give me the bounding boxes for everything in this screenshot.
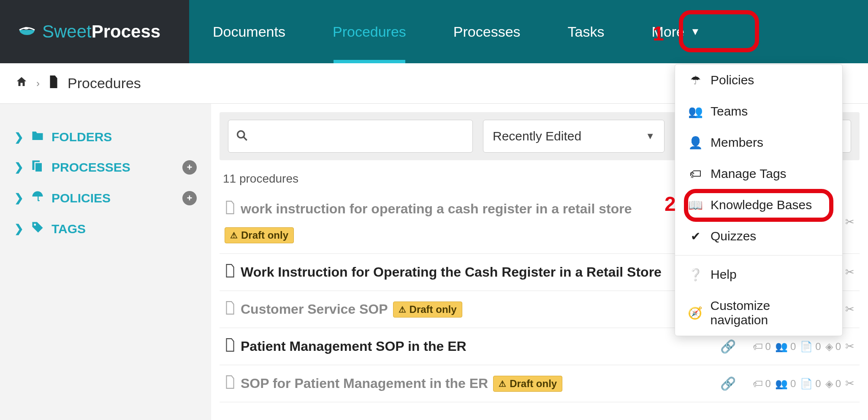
breadcrumb-title: Procedures <box>68 75 141 92</box>
dropdown-teams[interactable]: 👥 Teams <box>675 96 842 127</box>
annotation-number-1: 1 <box>653 22 664 45</box>
chevron-down-icon: ▼ <box>690 26 700 38</box>
top-nav: SweetProcess Documents Procedures Proces… <box>0 0 868 63</box>
file-icon <box>225 264 236 280</box>
file-icon <box>225 338 236 355</box>
sort-label: Recently Edited <box>493 129 581 143</box>
svg-point-3 <box>34 223 36 226</box>
compass-icon: 🧭 <box>688 306 703 320</box>
sidebar-label: FOLDERS <box>52 130 112 144</box>
member-icon: 👤 <box>688 136 703 150</box>
logo[interactable]: SweetProcess <box>0 0 189 63</box>
dropdown-help[interactable]: ❔ Help <box>675 259 842 290</box>
cut-icon: ✂ <box>845 377 854 390</box>
umbrella-icon <box>31 190 44 206</box>
folder-icon <box>31 130 44 144</box>
dropdown-policies[interactable]: ☂ Policies <box>675 65 842 96</box>
file-icon <box>225 201 236 217</box>
home-icon[interactable] <box>15 75 28 91</box>
document-icon <box>48 75 59 91</box>
sidebar-item-policies[interactable]: ❯ POLICIES + <box>14 183 197 213</box>
processes-icon <box>31 159 44 175</box>
link-icon[interactable]: 🔗 <box>720 376 736 391</box>
svg-point-0 <box>24 27 29 30</box>
chevron-right-icon: ❯ <box>14 191 24 205</box>
book-icon: 📖 <box>688 198 703 212</box>
svg-line-5 <box>244 137 247 140</box>
umbrella-icon: ☂ <box>688 73 703 87</box>
procedure-title: Patient Management SOP in the ER <box>241 339 467 354</box>
search-icon <box>236 129 248 143</box>
annotation-number-2: 2 <box>665 192 676 215</box>
dropdown-customize-nav[interactable]: 🧭 Customize navigation <box>675 290 842 336</box>
dropdown-quizzes[interactable]: ✔ Quizzes <box>675 221 842 252</box>
file-icon <box>225 375 236 392</box>
sidebar-item-folders[interactable]: ❯ FOLDERS <box>14 122 197 152</box>
sidebar-item-processes[interactable]: ❯ PROCESSES + <box>14 152 197 183</box>
meta-members: 👥 0 <box>775 341 796 353</box>
logo-text: SweetProcess <box>42 22 160 42</box>
row-meta: 🔗 🏷 0 👥 0 📄 0 ◈ 0 ✂ <box>720 376 854 391</box>
nav-processes[interactable]: Processes <box>430 0 544 63</box>
cut-icon: ✂ <box>845 215 854 229</box>
dropdown-knowledge-bases[interactable]: 📖 Knowledge Bases <box>675 189 842 221</box>
nav-tasks[interactable]: Tasks <box>544 0 628 63</box>
cut-icon: ✂ <box>845 303 854 316</box>
tag-icon: 🏷 <box>688 167 703 181</box>
procedure-title: work instruction for operating a cash re… <box>241 201 632 217</box>
breadcrumb-separator-icon: › <box>36 78 40 89</box>
chevron-down-icon: ▼ <box>646 131 655 142</box>
sidebar-label: PROCESSES <box>52 160 130 175</box>
search-field[interactable] <box>254 129 465 143</box>
meta-docs: 📄 0 <box>800 378 821 390</box>
tag-icon <box>31 221 44 237</box>
sort-select[interactable]: Recently Edited ▼ <box>483 120 665 153</box>
main-nav: Documents Procedures Processes Tasks Mor… <box>189 0 868 63</box>
nav-documents[interactable]: Documents <box>189 0 309 63</box>
chevron-right-icon: ❯ <box>14 222 24 235</box>
meta-docs: 📄 0 <box>800 341 821 353</box>
meta-other: ◈ 0 <box>825 341 841 353</box>
draft-badge: ⚠ Draft only <box>225 227 294 243</box>
nav-procedures[interactable]: Procedures <box>309 0 430 63</box>
procedure-title: SOP for Patient Management in the ER <box>241 376 488 391</box>
chevron-right-icon: ❯ <box>14 131 24 144</box>
procedure-title: Customer Service SOP <box>241 302 388 317</box>
file-icon <box>225 301 236 318</box>
sidebar-label: TAGS <box>52 222 86 236</box>
svg-rect-2 <box>35 163 43 172</box>
row-meta: 🔗 🏷 0 👥 0 📄 0 ◈ 0 ✂ <box>720 339 854 354</box>
svg-point-4 <box>238 131 244 138</box>
dropdown-manage-tags[interactable]: 🏷 Manage Tags <box>675 158 842 189</box>
procedure-title: Work Instruction for Operating the Cash … <box>241 264 662 280</box>
more-dropdown: ☂ Policies 👥 Teams 👤 Members 🏷 Manage Ta… <box>675 64 843 336</box>
meta-other: ◈ 0 <box>825 378 841 390</box>
add-policy-button[interactable]: + <box>182 191 197 205</box>
sidebar-label: POLICIES <box>52 191 111 205</box>
warning-icon: ⚠ <box>230 230 238 240</box>
search-input[interactable] <box>228 120 473 153</box>
meta-tags: 🏷 0 <box>753 341 771 353</box>
nav-more[interactable]: More ▼ <box>628 0 724 63</box>
sidebar-item-tags[interactable]: ❯ TAGS <box>14 213 197 244</box>
meta-members: 👥 0 <box>775 378 796 390</box>
link-icon[interactable]: 🔗 <box>720 339 736 354</box>
warning-icon: ⚠ <box>399 304 406 315</box>
sidebar: ❯ FOLDERS ❯ PROCESSES + ❯ <box>0 104 211 420</box>
draft-badge: ⚠ Draft only <box>493 376 562 392</box>
cut-icon: ✂ <box>845 266 854 279</box>
teams-icon: 👥 <box>688 105 703 118</box>
procedure-row[interactable]: SOP for Patient Management in the ER ⚠ D… <box>220 365 860 402</box>
help-icon: ❔ <box>688 268 703 282</box>
meta-tags: 🏷 0 <box>753 378 771 390</box>
add-process-button[interactable]: + <box>182 160 197 175</box>
cut-icon: ✂ <box>845 340 854 353</box>
logo-icon <box>17 22 37 42</box>
check-icon: ✔ <box>688 229 703 243</box>
chevron-right-icon: ❯ <box>14 161 24 174</box>
warning-icon: ⚠ <box>499 379 506 389</box>
draft-badge: ⚠ Draft only <box>393 302 462 318</box>
dropdown-members[interactable]: 👤 Members <box>675 127 842 158</box>
